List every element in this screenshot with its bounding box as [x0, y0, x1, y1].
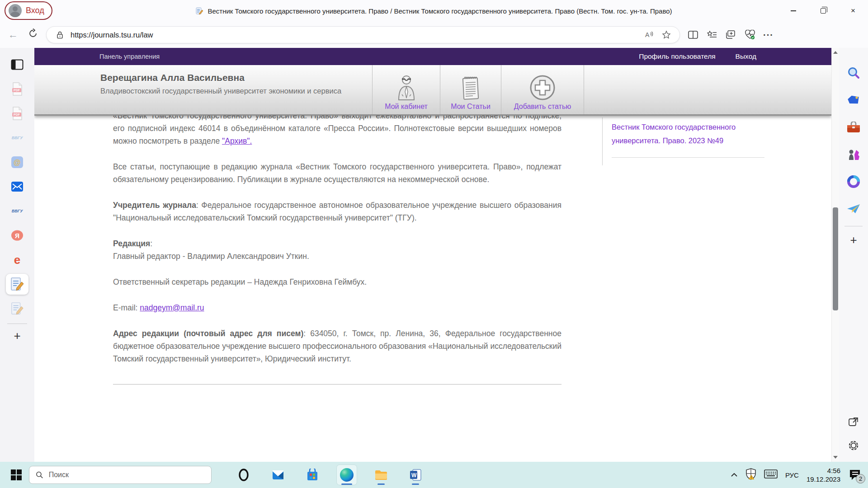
browser-tab[interactable]: Вестник Томского государственного универ… — [196, 7, 672, 15]
notepad-sketch-icon — [461, 68, 481, 103]
my-articles-button[interactable]: Мои Статьи — [440, 65, 501, 114]
scroll-down-arrow[interactable] — [832, 454, 839, 461]
screen: Вход Вестник Томского государственного у… — [0, 0, 868, 488]
user-name: Верещагина Алла Васильевна — [100, 72, 341, 83]
open-in-browser-icon[interactable] — [848, 417, 859, 429]
email-link[interactable]: nadgeym@mail.ru — [140, 303, 204, 312]
new-tab-button[interactable]: + — [0, 327, 34, 345]
edge-left-sidebar: PDF PDF ВВГУ @ ВВГУ Я — [0, 48, 34, 462]
sidebar-divider — [7, 324, 27, 324]
notification-center-icon[interactable]: 2 — [848, 468, 862, 482]
content-area: «Вестник Томского государственного униве… — [34, 116, 831, 462]
back-button[interactable]: ← — [6, 29, 20, 41]
lock-icon[interactable] — [54, 29, 66, 41]
tab-active-journal-icon[interactable] — [0, 272, 34, 296]
sidebar-toolbox-icon[interactable] — [839, 114, 868, 141]
minimize-button[interactable] — [778, 0, 808, 22]
settings-menu-icon[interactable]: ··· — [763, 30, 774, 40]
paragraph-email: E-mail: nadgeym@mail.ru — [113, 301, 561, 314]
current-issue-link[interactable]: Вестник Томского государственного универ… — [612, 120, 768, 147]
content-divider — [113, 384, 561, 385]
scroll-up-arrow[interactable] — [832, 49, 839, 56]
sidebar-m365-icon[interactable] — [839, 168, 868, 195]
add-article-button[interactable]: Добавить статью — [501, 65, 584, 114]
tab-vvgu-dark-icon[interactable]: ВВГУ — [0, 199, 34, 223]
search-input[interactable] — [49, 471, 205, 479]
window-controls: × — [778, 0, 868, 22]
sidebar-shopping-icon[interactable] — [839, 87, 868, 114]
security-shield-icon[interactable]: ! — [745, 468, 756, 482]
tab-journal-icon[interactable] — [0, 296, 34, 321]
site-admin-bar: Панель управления Профиль пользователя В… — [34, 48, 831, 65]
tab-vvgu-light-icon[interactable]: ВВГУ — [0, 126, 34, 150]
page-viewport: Панель управления Профиль пользователя В… — [34, 48, 839, 462]
language-indicator[interactable]: РУС — [785, 471, 799, 479]
refresh-button[interactable] — [26, 28, 40, 41]
my-cabinet-button[interactable]: Мой кабинет — [372, 65, 440, 114]
taskbar-edge-icon[interactable] — [336, 465, 357, 485]
taskbar-ring-app-icon[interactable] — [233, 465, 254, 485]
url-text[interactable]: https://journals.tsu.ru/law — [71, 31, 639, 39]
login-overlay-button[interactable]: Вход — [5, 1, 52, 20]
sidebar-divider-line — [612, 157, 764, 158]
tab-e-icon[interactable]: e — [0, 248, 34, 272]
split-screen-icon[interactable] — [687, 29, 699, 41]
clock-date: 19.12.2023 — [807, 475, 840, 483]
taskbar-store-icon[interactable] — [302, 465, 323, 485]
archive-link[interactable]: "Архив". — [222, 136, 252, 145]
edge-right-sidebar: + — [839, 48, 868, 462]
tab-pdf-icon[interactable]: PDF — [0, 101, 34, 126]
windows-taskbar: W ! РУС 4:56 19.12.2023 2 — [0, 462, 868, 488]
my-cabinet-label: Мой кабинет — [385, 103, 428, 111]
taskbar-mail-icon[interactable] — [268, 465, 288, 485]
paragraph-address: Адрес редакции (почтовый адрес для писем… — [113, 327, 561, 365]
favorites-list-icon[interactable] — [706, 29, 718, 41]
avatar-icon — [9, 4, 22, 17]
collections-icon[interactable] — [725, 29, 737, 41]
browser-essentials-icon[interactable] — [744, 29, 756, 41]
page-content: Панель управления Профиль пользователя В… — [34, 48, 831, 462]
svg-text:PDF: PDF — [14, 113, 20, 116]
logout-link[interactable]: Выход — [736, 52, 756, 61]
taskbar-word-icon[interactable]: W — [405, 465, 426, 485]
clock[interactable]: 4:56 19.12.2023 — [807, 466, 840, 483]
sidebar-drop-icon[interactable] — [839, 195, 868, 222]
tab-yandex-icon[interactable]: Я — [0, 223, 34, 248]
admin-panel-link[interactable]: Панель управления — [99, 53, 160, 60]
vertical-tabs-icon[interactable] — [0, 52, 34, 77]
sidebar-divider — [844, 226, 863, 226]
sidebar-games-icon[interactable] — [839, 141, 868, 168]
scrollbar-thumb[interactable] — [833, 207, 838, 310]
profile-link[interactable]: Профиль пользователя — [639, 52, 715, 61]
keyboard-icon[interactable] — [764, 469, 778, 480]
yandex-letter: Я — [15, 232, 19, 239]
site-header: Верещагина Алла Васильевна Владивостокск… — [34, 65, 831, 116]
taskbar-explorer-icon[interactable] — [371, 465, 392, 485]
restore-button[interactable] — [808, 0, 838, 22]
page-scrollbar[interactable] — [831, 48, 839, 462]
taskbar-apps: W — [233, 465, 426, 485]
tab-pdf-icon[interactable]: PDF — [0, 77, 34, 101]
taskbar-search[interactable] — [29, 466, 212, 484]
user-affiliation: Владивостокский государственный универси… — [100, 87, 341, 95]
paragraph-founder: Учредитель журнала: Федеральное государс… — [113, 199, 561, 224]
read-aloud-icon[interactable]: A — [644, 29, 656, 41]
windows-start-button[interactable] — [11, 469, 22, 480]
address-bar[interactable]: https://journals.tsu.ru/law A — [46, 26, 680, 43]
tray-chevron-up-icon[interactable] — [731, 471, 738, 479]
tab-title-text: Вестник Томского государственного универ… — [208, 7, 672, 15]
notification-badge: 2 — [856, 474, 865, 483]
browser-body: PDF PDF ВВГУ @ ВВГУ Я — [0, 48, 868, 462]
sidebar-settings-gear-icon[interactable] — [847, 439, 860, 454]
issues-sidebar: Вестник Томского государственного универ… — [612, 120, 768, 158]
sidebar-search-icon[interactable] — [839, 60, 868, 87]
tab-at-mail-icon[interactable]: @ — [0, 150, 34, 174]
svg-text:W: W — [411, 472, 417, 479]
close-button[interactable]: × — [838, 0, 868, 22]
my-articles-label: Мои Статьи — [451, 103, 491, 111]
tab-envelope-icon[interactable] — [0, 174, 34, 199]
header-actions: Мой кабинет Мои Статьи — [372, 65, 584, 114]
favorite-star-icon[interactable] — [660, 29, 672, 41]
sidebar-add-button[interactable]: + — [839, 230, 868, 250]
svg-text:A: A — [645, 31, 650, 38]
